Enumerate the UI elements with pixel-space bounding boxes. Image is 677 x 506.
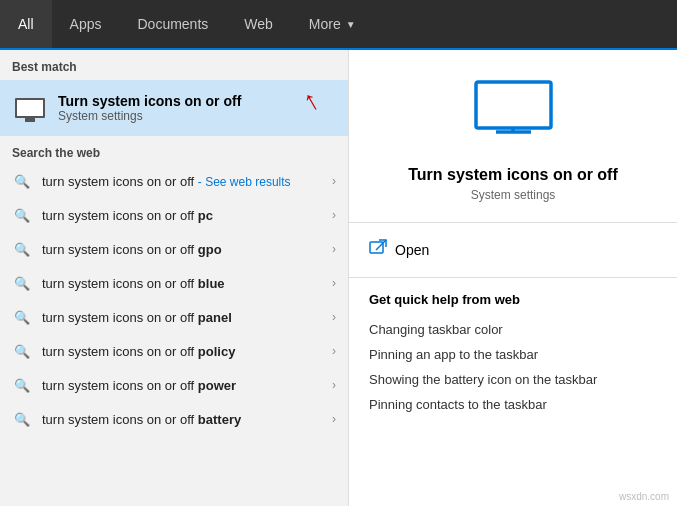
nav-bar: All Apps Documents Web More ▼ <box>0 0 677 50</box>
bold-term: power <box>198 378 236 393</box>
chevron-icon: › <box>332 174 336 188</box>
open-icon <box>369 239 387 261</box>
bold-term: policy <box>198 344 236 359</box>
main-content: Best match Turn system icons on or off S… <box>0 50 677 506</box>
right-actions: Open <box>349 223 677 278</box>
quick-help-title: Get quick help from web <box>369 292 657 307</box>
nav-label-apps: Apps <box>70 16 102 32</box>
see-web-link: - See web results <box>198 175 291 189</box>
best-match-icon <box>12 90 48 126</box>
nav-item-all[interactable]: All <box>0 0 52 50</box>
web-section-label: Search the web <box>0 136 348 164</box>
nav-item-apps[interactable]: Apps <box>52 0 120 48</box>
search-icon: 🔍 <box>12 273 32 293</box>
watermark: wsxdn.com <box>619 491 669 502</box>
search-icon: 🔍 <box>12 375 32 395</box>
search-icon: 🔍 <box>12 409 32 429</box>
svg-rect-0 <box>476 82 551 128</box>
chevron-icon: › <box>332 378 336 392</box>
best-match-label: Best match <box>0 50 348 80</box>
chevron-icon: › <box>332 276 336 290</box>
search-result-item[interactable]: 🔍 turn system icons on or off pc › <box>0 198 348 232</box>
big-monitor-icon <box>471 80 556 142</box>
search-item-text: turn system icons on or off policy <box>42 344 332 359</box>
search-icon: 🔍 <box>12 307 32 327</box>
search-item-text: turn system icons on or off - See web re… <box>42 174 332 189</box>
help-link-1[interactable]: Changing taskbar color <box>369 317 657 342</box>
right-top: Turn system icons on or off System setti… <box>349 50 677 223</box>
bold-term: panel <box>198 310 232 325</box>
svg-rect-3 <box>370 242 383 253</box>
best-match-subtitle: System settings <box>58 109 336 123</box>
help-link-3[interactable]: Showing the battery icon on the taskbar <box>369 367 657 392</box>
nav-label-web: Web <box>244 16 273 32</box>
search-result-item[interactable]: 🔍 turn system icons on or off gpo › <box>0 232 348 266</box>
best-match-text: Turn system icons on or off System setti… <box>58 93 336 123</box>
search-icon: 🔍 <box>12 341 32 361</box>
more-dropdown-icon: ▼ <box>346 19 356 30</box>
help-link-4[interactable]: Pinning contacts to the taskbar <box>369 392 657 417</box>
search-result-item[interactable]: 🔍 turn system icons on or off blue › <box>0 266 348 300</box>
right-subtitle: System settings <box>471 188 556 202</box>
quick-help-section: Get quick help from web Changing taskbar… <box>349 278 677 431</box>
right-title: Turn system icons on or off <box>408 166 618 184</box>
search-icon: 🔍 <box>12 205 32 225</box>
search-result-item[interactable]: 🔍 turn system icons on or off - See web … <box>0 164 348 198</box>
search-result-item[interactable]: 🔍 turn system icons on or off panel › <box>0 300 348 334</box>
left-panel: Best match Turn system icons on or off S… <box>0 50 348 506</box>
nav-label-all: All <box>18 16 34 32</box>
monitor-icon <box>15 98 45 118</box>
nav-item-documents[interactable]: Documents <box>119 0 226 48</box>
search-item-text: turn system icons on or off pc <box>42 208 332 223</box>
best-match-title: Turn system icons on or off <box>58 93 336 109</box>
chevron-icon: › <box>332 242 336 256</box>
right-panel: Turn system icons on or off System setti… <box>348 50 677 506</box>
open-button[interactable]: Open <box>369 235 657 265</box>
bold-term: gpo <box>198 242 222 257</box>
search-icon: 🔍 <box>12 171 32 191</box>
nav-item-web[interactable]: Web <box>226 0 291 48</box>
search-item-text: turn system icons on or off gpo <box>42 242 332 257</box>
open-label: Open <box>395 242 429 258</box>
chevron-icon: › <box>332 344 336 358</box>
search-item-text: turn system icons on or off battery <box>42 412 332 427</box>
search-item-text: turn system icons on or off panel <box>42 310 332 325</box>
search-item-text: turn system icons on or off blue <box>42 276 332 291</box>
best-match-item[interactable]: Turn system icons on or off System setti… <box>0 80 348 136</box>
search-icon: 🔍 <box>12 239 32 259</box>
search-result-item[interactable]: 🔍 turn system icons on or off battery › <box>0 402 348 436</box>
search-result-item[interactable]: 🔍 turn system icons on or off power › <box>0 368 348 402</box>
nav-label-documents: Documents <box>137 16 208 32</box>
nav-item-more[interactable]: More ▼ <box>291 0 374 48</box>
help-link-2[interactable]: Pinning an app to the taskbar <box>369 342 657 367</box>
search-result-item[interactable]: 🔍 turn system icons on or off policy › <box>0 334 348 368</box>
chevron-icon: › <box>332 208 336 222</box>
bold-term: battery <box>198 412 241 427</box>
search-item-text: turn system icons on or off power <box>42 378 332 393</box>
bold-term: pc <box>198 208 213 223</box>
chevron-icon: › <box>332 310 336 324</box>
bold-term: blue <box>198 276 225 291</box>
nav-label-more: More <box>309 16 341 32</box>
chevron-icon: › <box>332 412 336 426</box>
